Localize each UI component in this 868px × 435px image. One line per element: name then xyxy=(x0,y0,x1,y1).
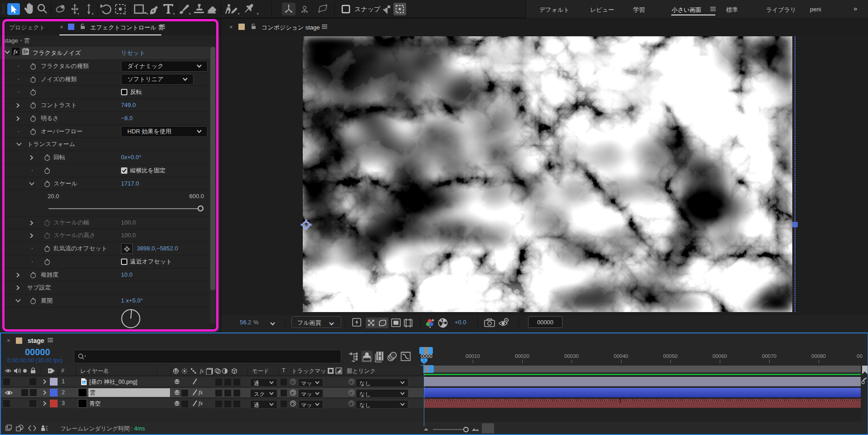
svg-text:スナップ: スナップ xyxy=(354,5,381,13)
svg-text:fx: fx xyxy=(200,368,204,374)
